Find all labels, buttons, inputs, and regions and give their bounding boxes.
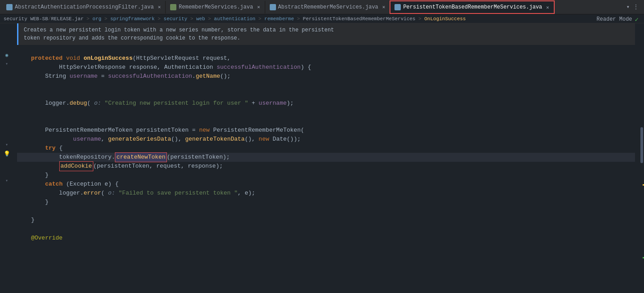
gutter-row-fold1[interactable]: ▾	[0, 59, 13, 68]
scrollbar-area[interactable]	[639, 23, 644, 283]
code-line-close-try: }	[17, 171, 635, 180]
breadcrumb-bar: security WEB-SB/RELEASE.jar > org > spri…	[0, 14, 644, 23]
gutter-row-bulb: 💡	[0, 149, 13, 158]
tab-close-remember-me[interactable]: ✕	[257, 4, 260, 10]
code-line-logger-debug: logger.debug( o: "Creating new persisten…	[17, 99, 635, 108]
code-line-catch: catch (Exception e) {	[17, 180, 635, 189]
left-gutter: ◉ ▾ ▾ 💡 ▾	[0, 23, 13, 283]
highlight-create-new-token: createNewToken	[115, 152, 166, 162]
gutter-row-12	[0, 122, 13, 131]
tab-icon-remember-me	[170, 4, 176, 10]
code-line-method-sig: protected void onLoginSuccess(HttpServle…	[17, 54, 635, 63]
gutter-row-8	[0, 86, 13, 95]
tab-persistent-token[interactable]: PersistentTokenBasedRememberMeServices.j…	[390, 1, 554, 13]
gutter-row-catch[interactable]: ▾	[0, 176, 13, 185]
tab-extras: ▾ ⋮	[626, 4, 642, 10]
code-line-create-token: tokenRepository.createNewToken(persisten…	[17, 153, 635, 162]
code-line-empty2	[17, 81, 635, 90]
tab-label-abstract-auth: AbstractAuthenticationProcessingFilter.j…	[15, 4, 154, 10]
code-line-empty7	[17, 225, 635, 234]
code-line-empty6	[17, 207, 635, 216]
gutter-row-desc1	[0, 23, 13, 32]
code-line-empty4	[17, 108, 635, 117]
code-line-empty1	[17, 45, 635, 54]
tab-icon-abstract-auth	[6, 4, 13, 10]
tab-close-abstract-remember[interactable]: ✕	[382, 4, 386, 10]
gutter-row-empty1	[0, 41, 13, 50]
gutter-row-16	[0, 158, 13, 167]
gutter-row-20	[0, 194, 13, 203]
code-line-method-sig2: HttpServletResponse response, Authentica…	[17, 63, 635, 72]
code-line-persistent-token2: username, generateSeriesData(), generate…	[17, 135, 635, 144]
gutter-row-10	[0, 104, 13, 113]
breadcrumb-text: security WEB-SB/RELEASE.jar > org > spri…	[4, 16, 466, 22]
gutter-row-17	[0, 167, 13, 176]
gutter-row-21	[0, 203, 13, 212]
gutter-row-desc2	[0, 32, 13, 41]
gutter-row-24	[0, 230, 13, 239]
code-line-override: @Override	[17, 234, 635, 243]
code-line-username: String username = successfulAuthenticati…	[17, 72, 635, 81]
code-line-logger-error: logger.error( o: "Failed to save persist…	[17, 189, 635, 198]
code-line-try: try {	[17, 144, 635, 153]
description-line2: token repository and adds the correspond…	[24, 34, 630, 42]
gutter-row-6	[0, 68, 13, 77]
code-line-persistent-token: PersistentRememberMeToken persistentToke…	[17, 126, 635, 135]
tab-label-remember-me: RememberMeServices.java	[179, 4, 253, 10]
tab-label-persistent-token: PersistentTokenBasedRememberMeServices.j…	[403, 4, 542, 10]
gutter-row-9	[0, 95, 13, 104]
gutter-row-19	[0, 185, 13, 194]
gutter-row-13	[0, 131, 13, 140]
tab-close-persistent-token[interactable]: ✕	[546, 4, 549, 10]
tab-icon-persistent-token	[394, 4, 401, 10]
gutter-row-11	[0, 113, 13, 122]
code-line-add-cookie: addCookie(persistentToken, request, resp…	[17, 162, 635, 171]
highlight-add-cookie: addCookie	[59, 161, 93, 171]
tab-bar: AbstractAuthenticationProcessingFilter.j…	[0, 0, 644, 14]
reader-mode-bar: Reader Mode ✓	[591, 14, 644, 24]
reader-mode-check[interactable]: ✓	[635, 16, 639, 23]
tab-abstract-auth[interactable]: AbstractAuthenticationProcessingFilter.j…	[2, 1, 166, 13]
description-line1: Creates a new persistent login token wit…	[24, 26, 630, 34]
code-line-close-catch: }	[17, 198, 635, 207]
tab-close-abstract-auth[interactable]: ✕	[158, 4, 161, 10]
code-line-close-method: }	[17, 216, 635, 225]
tab-abstract-remember[interactable]: AbstractRememberMeServices.java ✕	[265, 1, 390, 13]
tab-more-options[interactable]: ⋮	[633, 4, 639, 10]
tab-label-abstract-remember: AbstractRememberMeServices.java	[278, 4, 378, 10]
gutter-row-try[interactable]: ▾	[0, 140, 13, 149]
scrollbar-thumb[interactable]	[640, 127, 643, 163]
tab-icon-abstract-remember	[270, 4, 276, 10]
code-area: Creates a new persistent login token wit…	[13, 23, 639, 283]
tab-overflow-arrow[interactable]: ▾	[626, 4, 630, 10]
gutter-row-22	[0, 212, 13, 221]
description-box: Creates a new persistent login token wit…	[17, 23, 635, 45]
code-container: ◉ ▾ ▾ 💡 ▾ Creates a new persistent login…	[0, 23, 644, 283]
code-line-empty3	[17, 90, 635, 99]
gutter-row-7	[0, 77, 13, 86]
gutter-row-method: ◉	[0, 50, 13, 59]
tab-remember-me[interactable]: RememberMeServices.java ✕	[166, 1, 265, 13]
code-line-empty5	[17, 117, 635, 126]
reader-mode-label: Reader Mode	[596, 16, 632, 22]
gutter-row-23	[0, 221, 13, 230]
